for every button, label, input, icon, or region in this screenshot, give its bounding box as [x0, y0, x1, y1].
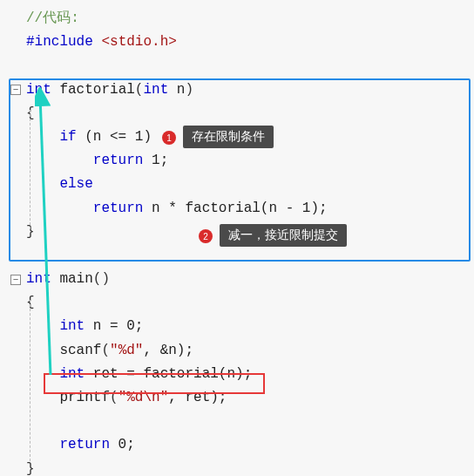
factorial-args: (n); — [219, 366, 252, 382]
scanf-open: ( — [101, 343, 110, 358]
main-brace-close: } — [26, 461, 35, 476]
scanf-args: , &n); — [143, 343, 193, 358]
param-type: int — [143, 82, 168, 98]
factorial-call: factorial — [143, 366, 218, 382]
annotation-tooltip-1: 存在限制条件 — [183, 126, 274, 148]
if-condition: (n <= 1) — [77, 129, 152, 145]
main-brace-open: { — [26, 295, 35, 310]
include-header: <stdio.h> — [101, 34, 176, 50]
fold-toggle-icon[interactable]: − — [10, 275, 21, 285]
printf-call: printf — [59, 390, 110, 405]
paren-close: ) — [185, 82, 193, 98]
param-name: n — [168, 82, 185, 98]
decl-n-type: int — [59, 318, 85, 334]
decl-ret-name: ret = — [85, 366, 143, 382]
main-parens: () — [93, 271, 110, 287]
include-keyword: #include — [26, 34, 101, 50]
else-keyword: else — [59, 176, 92, 192]
brace-open: { — [26, 105, 35, 121]
main-type: int — [26, 271, 51, 287]
decl-n: n = 0; — [85, 318, 143, 334]
annotation-badge-1: 1 — [162, 131, 176, 145]
scanf-fmt: "%d" — [110, 343, 143, 358]
if-keyword: if — [59, 129, 76, 145]
printf-fmt: "%d\n" — [118, 390, 169, 405]
main-name: main — [51, 271, 93, 287]
brace-close: } — [26, 224, 35, 240]
fold-minus: − — [13, 275, 19, 285]
recursive-call: factorial — [185, 201, 260, 216]
decl-ret-type: int — [59, 366, 85, 382]
tooltip-text: 存在限制条件 — [192, 129, 265, 143]
badge-number: 2 — [203, 232, 208, 241]
return-keyword-2: return — [93, 201, 144, 216]
return-expr: n * — [143, 201, 185, 216]
return-keyword: return — [93, 153, 144, 168]
fold-minus: − — [13, 85, 19, 95]
tooltip-text: 减一，接近限制提交 — [228, 228, 338, 241]
return-keyword-3: return — [59, 437, 110, 452]
comment-line: //代码: — [26, 10, 79, 26]
fn-name: factorial — [51, 82, 135, 98]
paren-open: ( — [135, 82, 144, 98]
badge-number: 1 — [166, 133, 172, 143]
fn-return-type: int — [26, 82, 51, 98]
printf-args: , ret); — [168, 390, 227, 405]
recursive-args: (n - 1); — [261, 201, 328, 216]
return-0: 0; — [110, 437, 135, 452]
return-value-1: 1; — [143, 153, 168, 168]
printf-open: ( — [110, 390, 118, 405]
annotation-badge-2: 2 — [199, 229, 213, 243]
fold-toggle-icon[interactable]: − — [10, 85, 21, 95]
annotation-tooltip-2: 减一，接近限制提交 — [220, 224, 347, 247]
scanf-call: scanf — [59, 343, 101, 358]
